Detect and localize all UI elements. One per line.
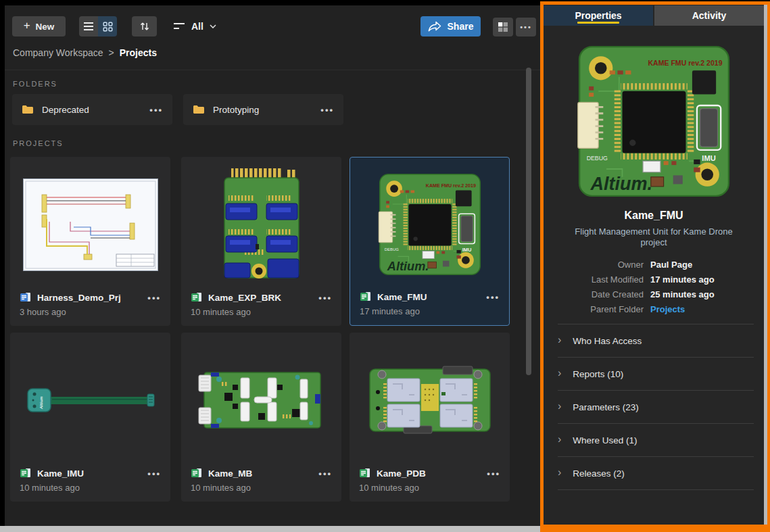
folder-card-prototyping[interactable]: Prototyping •••	[183, 94, 343, 125]
section-label: Releases (2)	[573, 468, 625, 479]
project-card-kame-pdb[interactable]: Kame_PDB ••• 10 minutes ago	[350, 333, 510, 502]
detail-label-date-created: Date Created	[544, 289, 644, 299]
chevron-right-icon: ›	[558, 467, 561, 478]
grid-icon	[103, 22, 113, 32]
project-modified: 10 minutes ago	[191, 307, 332, 317]
breadcrumb-root[interactable]: Company Workspace	[13, 47, 103, 58]
project-card-meta: Kame_PDB ••• 10 minutes ago	[350, 468, 510, 502]
folder-more-button[interactable]: •••	[320, 105, 334, 115]
project-thumbnail: Altium	[10, 333, 170, 468]
filter-control[interactable]: All	[173, 16, 216, 37]
detail-label-owner: Owner	[544, 260, 644, 270]
main-scrollbar[interactable]	[526, 68, 531, 375]
folders-heading: FOLDERS	[13, 80, 57, 88]
breadcrumb-current: Projects	[120, 47, 157, 58]
project-more-button[interactable]: •••	[147, 293, 161, 303]
properties-panel: Properties Activity Kame_FMU Flight Mana…	[544, 5, 767, 525]
svg-text:Altium: Altium	[39, 396, 43, 410]
project-card-kame-imu[interactable]: Altium Kame_IMU ••• 10 minutes ago	[10, 333, 170, 502]
folder-card-deprecated[interactable]: Deprecated •••	[12, 94, 172, 125]
project-card-meta: Kame_IMU ••• 10 minutes ago	[10, 468, 170, 502]
detail-label-last-modified: Last Modified	[544, 274, 644, 285]
project-name: Harness_Demo_Prj	[37, 293, 141, 303]
folder-more-button[interactable]: •••	[149, 105, 163, 115]
project-more-button[interactable]: •••	[486, 292, 500, 302]
pcb-image	[197, 371, 326, 429]
new-button[interactable]: + New	[12, 16, 66, 37]
properties-panel-highlight: Properties Activity Kame_FMU Flight Mana…	[540, 1, 770, 532]
panel-layout-icon	[498, 22, 508, 32]
share-button[interactable]: Share	[420, 16, 481, 37]
panel-sections: › Who Has Access › Reports (10) › Parame…	[558, 324, 754, 490]
section-label: Parameters (23)	[573, 402, 639, 412]
project-doc-icon	[191, 292, 202, 303]
project-more-button[interactable]: •••	[318, 468, 332, 479]
project-card-meta: Kame_EXP_BRK ••• 10 minutes ago	[181, 292, 341, 326]
detail-value-date-created: 25 minutes ago	[650, 289, 764, 299]
project-doc-icon	[20, 292, 31, 303]
project-doc-icon	[359, 468, 370, 479]
new-button-label: New	[36, 22, 55, 32]
more-icon: •••	[520, 23, 532, 31]
project-modified: 10 minutes ago	[359, 483, 500, 493]
tab-activity[interactable]: Activity	[654, 5, 764, 26]
sort-button[interactable]	[132, 16, 157, 37]
project-card-kame-mb[interactable]: Kame_MB ••• 10 minutes ago	[181, 333, 341, 502]
project-card-meta: Kame_FMU ••• 17 minutes ago	[350, 291, 509, 325]
parent-folder-link[interactable]: Projects	[650, 304, 764, 314]
section-where-used[interactable]: › Where Used (1)	[558, 423, 754, 456]
panel-tabs: Properties Activity	[544, 5, 764, 26]
project-card-kame-fmu[interactable]: Kame_FMU ••• 17 minutes ago	[350, 157, 510, 326]
panel-layout-button[interactable]	[493, 18, 513, 37]
section-releases[interactable]: › Releases (2)	[558, 456, 754, 489]
section-parameters[interactable]: › Parameters (23)	[558, 390, 754, 423]
window-bottom-bar	[0, 526, 540, 532]
project-card-meta: Kame_MB ••• 10 minutes ago	[181, 468, 341, 502]
project-thumbnail	[181, 333, 341, 468]
pcb-image	[220, 168, 303, 281]
project-card-kame-exp-brk[interactable]: Kame_EXP_BRK ••• 10 minutes ago	[181, 157, 341, 326]
project-preview-image	[575, 42, 733, 201]
list-view-button[interactable]	[79, 16, 98, 37]
project-thumbnail	[181, 157, 341, 292]
project-doc-icon	[191, 468, 202, 479]
project-modified: 3 hours ago	[20, 307, 161, 317]
project-modified: 17 minutes ago	[360, 306, 500, 316]
project-card-meta: Harness_Demo_Prj ••• 3 hours ago	[10, 292, 170, 326]
panel-project-title: Kame_FMU	[544, 210, 764, 222]
folder-name: Prototyping	[213, 105, 312, 115]
project-name: Kame_FMU	[377, 292, 480, 302]
chevron-down-icon	[210, 24, 216, 28]
folder-icon	[193, 105, 205, 114]
detail-value-last-modified: 17 minutes ago	[650, 274, 764, 285]
grid-view-button[interactable]	[98, 16, 117, 37]
toolbar-divider	[5, 70, 540, 70]
section-label: Reports (10)	[573, 369, 623, 379]
project-more-button[interactable]: •••	[318, 293, 332, 303]
project-name: Kame_PDB	[377, 468, 481, 479]
tab-properties[interactable]: Properties	[544, 5, 653, 26]
section-label: Who Has Access	[573, 336, 642, 346]
folder-icon	[22, 105, 34, 114]
pcb-image	[367, 362, 493, 438]
panel-scrollbar[interactable]	[764, 5, 767, 525]
project-doc-icon	[20, 468, 31, 479]
project-name: Kame_MB	[208, 468, 312, 479]
project-doc-icon	[360, 291, 371, 302]
panel-project-description: Flight Management Unit for Kame Drone pr…	[569, 226, 739, 248]
breadcrumb: Company Workspace > Projects	[13, 47, 157, 58]
project-details: Owner Paul Page Last Modified 17 minutes…	[544, 260, 764, 314]
share-icon	[428, 21, 441, 32]
pcb-image: Altium	[26, 388, 155, 412]
section-reports[interactable]: › Reports (10)	[558, 357, 754, 390]
toolbar-more-button[interactable]: •••	[516, 18, 536, 37]
sections-bottom-divider	[558, 489, 754, 490]
project-more-button[interactable]: •••	[487, 468, 500, 479]
project-thumbnail	[10, 157, 170, 292]
section-who-has-access[interactable]: › Who Has Access	[558, 324, 754, 357]
sort-icon	[139, 21, 150, 32]
project-more-button[interactable]: •••	[147, 468, 161, 479]
project-card-harness-demo-prj[interactable]: Harness_Demo_Prj ••• 3 hours ago	[10, 157, 170, 326]
breadcrumb-separator: >	[109, 47, 114, 58]
detail-value-owner: Paul Page	[650, 260, 764, 270]
